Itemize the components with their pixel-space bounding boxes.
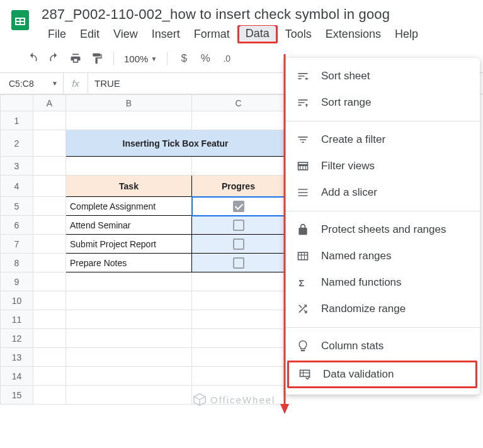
cell-A13[interactable] [33, 348, 66, 367]
decimal-button[interactable]: .0 [218, 50, 236, 67]
menu-item-edit[interactable]: Edit [74, 25, 106, 43]
cell-A12[interactable] [33, 329, 66, 348]
cell-A5[interactable] [33, 197, 66, 216]
row-header-13[interactable]: 13 [1, 348, 33, 367]
cell-B3[interactable] [66, 157, 192, 176]
checkbox-icon[interactable] [233, 238, 244, 250]
cell-A15[interactable] [33, 386, 66, 405]
cell-A8[interactable] [33, 254, 66, 272]
dropdown-item-create-a-filter[interactable]: Create a filter [285, 126, 480, 153]
cell-A4[interactable] [33, 176, 66, 197]
row-header-2[interactable]: 2 [1, 130, 33, 157]
print-button[interactable] [67, 50, 84, 67]
select-all-corner[interactable] [1, 95, 33, 111]
progress-checkbox-cell[interactable] [192, 235, 285, 254]
cell-B10[interactable] [66, 291, 192, 310]
progress-checkbox-cell[interactable] [192, 197, 285, 216]
cell-C13[interactable] [192, 348, 285, 367]
document-title[interactable]: 287_P002-110-002_how to insert check sym… [42, 5, 475, 23]
dropdown-item-data-validation[interactable]: Data validation [289, 362, 475, 386]
task-cell[interactable]: Complete Assignment [66, 197, 192, 216]
cell-A14[interactable] [33, 367, 66, 386]
cell-C11[interactable] [192, 310, 285, 329]
cell-A6[interactable] [33, 216, 66, 235]
zoom-dropdown[interactable]: 100% ▼ [122, 53, 159, 64]
redo-button[interactable] [45, 50, 63, 67]
task-cell[interactable]: Attend Seminar [66, 216, 192, 235]
row-header-12[interactable]: 12 [1, 329, 33, 348]
cell-C12[interactable] [192, 329, 285, 348]
checkbox-icon[interactable] [233, 201, 244, 212]
dropdown-item-column-stats[interactable]: Column stats [285, 333, 480, 359]
cell-C3[interactable] [192, 157, 285, 176]
column-header-B[interactable]: B [66, 95, 192, 111]
menu-item-help[interactable]: Help [389, 25, 424, 43]
row-header-15[interactable]: 15 [1, 386, 33, 405]
dropdown-item-protect-sheets-and-ranges[interactable]: Protect sheets and ranges [285, 216, 480, 243]
cell-A7[interactable] [33, 235, 66, 254]
cell-A1[interactable] [33, 111, 66, 130]
cell-C9[interactable] [192, 272, 285, 291]
menu-item-data[interactable]: Data [239, 26, 276, 41]
cell-B12[interactable] [66, 329, 192, 348]
dropdown-item-add-a-slicer[interactable]: Add a slicer [285, 179, 480, 206]
dropdown-item-label: Data validation [323, 368, 394, 381]
menu-item-format[interactable]: Format [188, 25, 236, 43]
header-task[interactable]: Task [66, 176, 192, 197]
row-header-11[interactable]: 11 [1, 310, 33, 329]
cell-A10[interactable] [33, 291, 66, 310]
cell-B13[interactable] [66, 348, 192, 367]
column-header-C[interactable]: C [192, 95, 285, 111]
row-header-14[interactable]: 14 [1, 367, 33, 386]
cell-A11[interactable] [33, 310, 66, 329]
cell-A9[interactable] [33, 272, 66, 291]
dropdown-item-randomize-range[interactable]: Randomize range [285, 296, 480, 322]
progress-checkbox-cell[interactable] [192, 254, 285, 272]
paint-format-button[interactable] [88, 50, 106, 67]
cell-C1[interactable] [192, 111, 285, 130]
progress-checkbox-cell[interactable] [192, 216, 285, 235]
menu-item-file[interactable]: File [42, 25, 72, 43]
checkbox-icon[interactable] [233, 220, 244, 231]
column-header-A[interactable]: A [33, 95, 66, 111]
task-cell[interactable]: Submit Project Report [66, 235, 192, 254]
undo-button[interactable] [24, 50, 42, 67]
row-header-5[interactable]: 5 [1, 197, 33, 216]
dropdown-item-named-ranges[interactable]: Named ranges [285, 243, 480, 269]
menu-item-tools[interactable]: Tools [279, 25, 318, 43]
cell-B1[interactable] [66, 111, 192, 130]
dropdown-item-sort-range[interactable]: Sort range [285, 89, 480, 116]
cell-C14[interactable] [192, 367, 285, 386]
row-header-6[interactable]: 6 [1, 216, 33, 235]
row-header-3[interactable]: 3 [1, 157, 33, 176]
sheet-title-cell[interactable]: Inserting Tick Box Featur [66, 130, 285, 157]
row-header-4[interactable]: 4 [1, 176, 33, 197]
currency-button[interactable]: $ [175, 50, 193, 67]
dropdown-item-sort-sheet[interactable]: Sort sheet [285, 63, 480, 89]
menu-item-insert[interactable]: Insert [145, 25, 186, 43]
cell-B15[interactable] [66, 386, 192, 405]
menu-item-extensions[interactable]: Extensions [319, 25, 387, 43]
task-cell[interactable]: Prepare Notes [66, 254, 192, 272]
cell-C10[interactable] [192, 291, 285, 310]
row-header-7[interactable]: 7 [1, 235, 33, 254]
cell-A3[interactable] [33, 157, 66, 176]
row-header-1[interactable]: 1 [1, 111, 33, 130]
row-header-9[interactable]: 9 [1, 272, 33, 291]
header-progress[interactable]: Progres [192, 176, 285, 197]
cell-B11[interactable] [66, 310, 192, 329]
row-header-8[interactable]: 8 [1, 254, 33, 272]
percent-button[interactable]: % [196, 50, 214, 67]
dropdown-item-named-functions[interactable]: ΣNamed functions [285, 269, 480, 296]
sort-range-icon [296, 96, 310, 109]
name-box[interactable]: C5:C8▼ [0, 79, 63, 89]
menu-item-view[interactable]: View [107, 25, 144, 43]
cell-B9[interactable] [66, 272, 192, 291]
cell-A2[interactable] [33, 130, 66, 157]
dropdown-item-filter-views[interactable]: Filter views [285, 153, 480, 179]
row-header-10[interactable]: 10 [1, 291, 33, 310]
cell-B14[interactable] [66, 367, 192, 386]
sigma-icon: Σ [296, 276, 310, 289]
checkbox-icon[interactable] [233, 257, 244, 269]
sheets-logo[interactable] [8, 8, 33, 33]
